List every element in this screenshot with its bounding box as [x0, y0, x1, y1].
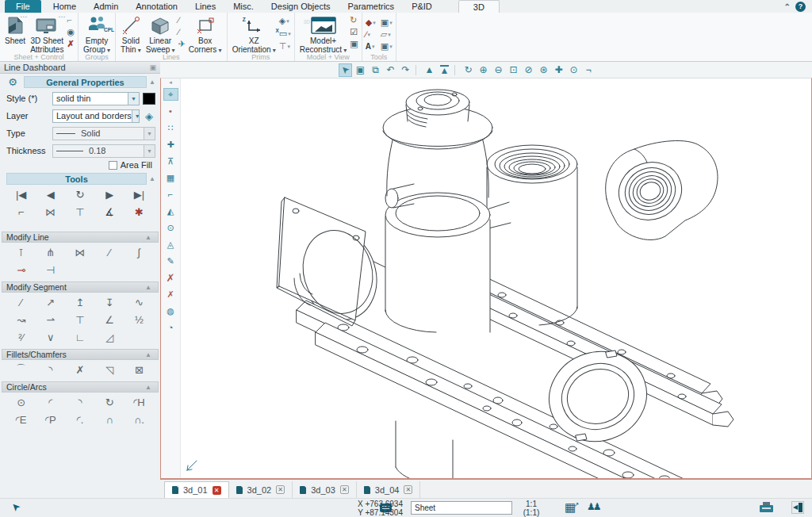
split-line-icon[interactable]: ⊣ — [36, 262, 65, 278]
globe-icon[interactable]: ◍ — [163, 304, 178, 317]
view-up-icon[interactable]: ▲ — [423, 63, 436, 77]
arc-icon[interactable]: ◝ — [65, 394, 94, 410]
close-tab-icon[interactable]: ✕ — [404, 485, 412, 494]
arc-e-icon[interactable]: ◜E — [6, 412, 36, 427]
collapse-icon[interactable]: ▲ — [147, 175, 158, 182]
help-icon[interactable]: ? — [795, 2, 806, 12]
collapse-panel-icon[interactable] — [791, 501, 804, 514]
tee-segment-icon[interactable]: ⊤ — [65, 312, 94, 327]
chevron-down-icon[interactable]: ▼ — [132, 110, 140, 122]
wave-segment-icon[interactable]: ∿ — [124, 294, 154, 310]
linear-sweep-button[interactable]: Linear Sweep — [144, 13, 178, 55]
thickness-dropdown[interactable]: 0.18 ▼ — [52, 144, 155, 158]
go-previous-icon[interactable]: ◀ — [36, 186, 65, 202]
zoom-previous-icon[interactable]: ⊘ — [522, 63, 535, 77]
extend-segment-icon[interactable]: ↗ — [36, 294, 65, 310]
refresh-icon[interactable]: ↻ — [65, 186, 94, 202]
snap-intersection-icon[interactable]: ✚ — [163, 138, 178, 151]
arc-a2-icon[interactable]: ∩. — [124, 412, 154, 427]
remove-fillet-icon[interactable]: ✗ — [65, 362, 94, 377]
line-color-swatch[interactable] — [143, 93, 155, 105]
sheet-button[interactable]: Sheet — [2, 13, 28, 45]
merge-lines-icon[interactable]: ⋈ — [65, 244, 94, 260]
snap-point-icon[interactable]: • — [163, 105, 178, 117]
menu-item[interactable]: Lines — [186, 0, 224, 13]
close-tab-icon[interactable]: ✕ — [276, 485, 285, 494]
go-next-icon[interactable]: ▶ — [95, 186, 124, 202]
spline-icon[interactable]: ∫ — [124, 244, 154, 260]
menu-item[interactable]: Design Objects — [262, 0, 339, 13]
3d-sheet-attributes-button[interactable]: 3D Sheet Attributes — [28, 13, 66, 54]
chamfer-icon[interactable]: ◹ — [95, 362, 124, 377]
harpoon-segment-icon[interactable]: ⇀ — [36, 312, 65, 327]
align-points-icon[interactable]: ⊸ — [6, 262, 36, 278]
menu-item[interactable]: Annotation — [127, 0, 186, 13]
chevron-down-icon[interactable]: ▼ — [128, 93, 139, 105]
redo-icon[interactable]: ↷ — [399, 63, 412, 77]
close-tab-icon[interactable]: ✕ — [340, 485, 349, 494]
menu-item[interactable]: Parametrics — [339, 0, 403, 13]
strip-collapse-icon[interactable]: ◂ — [169, 79, 172, 86]
menu-item[interactable]: File — [5, 0, 41, 13]
collapse-icon[interactable]: ▲ — [143, 234, 154, 241]
circle-center-icon[interactable]: ⊙ — [6, 394, 36, 410]
doc-tab-3d-02[interactable]: 3d_02 ✕ — [229, 481, 293, 498]
pan-icon[interactable]: ✚ — [552, 63, 565, 77]
save-all-icon[interactable]: ⧉ — [369, 63, 382, 77]
half-segment-icon[interactable]: ½ — [124, 312, 154, 327]
snap-middle-icon[interactable]: ⊼ — [163, 155, 178, 167]
collapse-icon[interactable]: ▲ — [143, 384, 154, 391]
arrow-segment-icon[interactable]: ↝ — [6, 312, 36, 327]
sketch-pencil-icon[interactable]: ✎ — [163, 255, 178, 267]
doc-tab-3d-01[interactable]: 3d_01 ✕ — [164, 481, 229, 498]
type-dropdown[interactable]: Solid ▼ — [52, 127, 155, 140]
go-first-icon[interactable]: |◀ — [6, 186, 36, 202]
measure-angle-icon[interactable]: ∡ — [95, 204, 124, 220]
empty-group-button[interactable]: CPL Empty Group — [81, 13, 113, 55]
angle-segment-icon[interactable]: ∠ — [95, 312, 124, 327]
printer-icon[interactable] — [760, 502, 774, 513]
snap-nodes-icon[interactable]: ∷ — [163, 121, 178, 134]
collapse-icon[interactable]: ▲ — [143, 351, 154, 358]
view-top-icon[interactable]: ▲ — [438, 63, 451, 77]
regen-icon[interactable]: ↻ — [462, 63, 475, 77]
edit-polyline-icon[interactable]: ⌐ — [6, 204, 36, 220]
collapse-icon[interactable]: ▲ — [147, 79, 158, 86]
separator[interactable] — [416, 65, 419, 75]
ruler-corner-icon[interactable]: ⌐ — [582, 63, 596, 77]
markers-icon[interactable]: ✱ — [124, 204, 154, 220]
table-export-icon[interactable]: ▦↗ — [565, 500, 576, 515]
arc-tangent-icon[interactable]: ↻ — [95, 394, 124, 410]
drawing-canvas[interactable]: ◂ ⌖•∷✚⊼▦⌐◭⊙◬✎✗✗◍◔ — [160, 78, 812, 479]
style-dropdown[interactable]: solid thin ▼ — [52, 92, 140, 105]
modify-segment-header[interactable]: Modify Segment ▲ — [2, 281, 159, 293]
separator[interactable] — [454, 65, 458, 75]
arc-start-icon[interactable]: ◜ — [36, 394, 65, 410]
trim-extend-icon[interactable]: ⊺ — [6, 244, 36, 260]
arc-a-icon[interactable]: ∩ — [95, 412, 124, 427]
area-fill-checkbox[interactable] — [109, 161, 117, 170]
square-segment-icon[interactable]: ²∕ — [6, 329, 36, 345]
pin-icon[interactable]: ▣ — [149, 63, 156, 71]
circle-arcs-header[interactable]: Circle/Arcs ▲ — [2, 381, 159, 393]
slant-line-icon[interactable]: ∕ — [95, 244, 124, 260]
xz-orientation-button[interactable]: Z X XZ Orientation — [230, 13, 278, 55]
snap-vertex-icon[interactable]: ◭ — [163, 205, 178, 217]
erase-small-icon[interactable]: ✗ — [163, 288, 178, 301]
zoom-in-icon[interactable]: ⊕ — [477, 63, 490, 77]
snap-grid-icon[interactable]: ▦ — [163, 171, 178, 184]
collaborators-icon[interactable]: ♟♟ — [587, 501, 599, 512]
menu-item[interactable]: Home — [44, 0, 85, 13]
sheet-input[interactable] — [411, 501, 512, 515]
collapse-icon[interactable]: ▲ — [143, 284, 154, 291]
drop-endpoint-icon[interactable]: ↧ — [95, 294, 124, 310]
stretch-line-icon[interactable]: ⋈ — [36, 204, 65, 220]
menu-item[interactable]: Admin — [85, 0, 127, 13]
zoom-out-icon[interactable]: ⊖ — [492, 63, 505, 77]
save-icon[interactable]: ▣ — [354, 63, 367, 77]
menu-item[interactable]: Misc. — [224, 0, 262, 13]
undo-icon[interactable]: ↶ — [384, 63, 397, 77]
close-corner-icon[interactable]: ◿ — [95, 329, 124, 345]
collapse-ribbon-icon[interactable]: ⌃ — [784, 2, 791, 11]
remove-chamfer-icon[interactable]: ⊠ — [124, 362, 154, 377]
